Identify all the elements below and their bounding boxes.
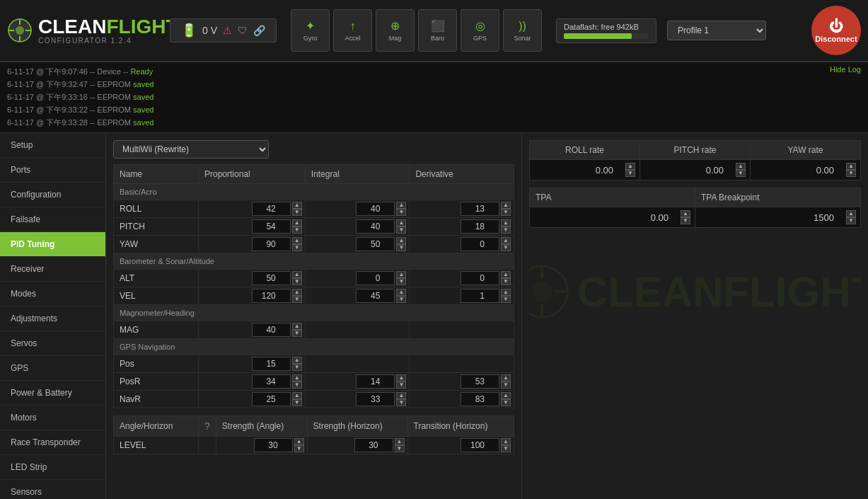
pid-preset-select[interactable]: MultiWii (Rewrite) Preset 1 [113, 140, 269, 159]
help-icon[interactable]: ? [204, 420, 210, 432]
alt-p-up[interactable]: ▲ [292, 271, 302, 278]
vel-d-up[interactable]: ▲ [501, 289, 511, 296]
roll-d-input[interactable] [461, 202, 499, 216]
posr-p-down[interactable]: ▼ [292, 382, 302, 389]
vel-i-up[interactable]: ▲ [396, 289, 406, 296]
vel-p-down[interactable]: ▼ [292, 296, 302, 303]
level-tr-up[interactable]: ▲ [501, 438, 511, 445]
roll-rate-up[interactable]: ▲ [625, 163, 635, 170]
pitch-p-down[interactable]: ▼ [292, 226, 302, 234]
alt-p-down[interactable]: ▼ [292, 278, 302, 285]
pitch-d-input[interactable] [461, 219, 499, 234]
yaw-p-input[interactable] [252, 237, 291, 251]
level-sh-up[interactable]: ▲ [395, 438, 405, 445]
yaw-p-down[interactable]: ▼ [292, 244, 302, 251]
alt-d-up[interactable]: ▲ [501, 271, 511, 278]
pitch-p-up[interactable]: ▲ [292, 219, 302, 226]
pos-p-input[interactable] [252, 357, 291, 371]
pitch-rate-input[interactable] [685, 165, 734, 176]
navr-d-up[interactable]: ▲ [501, 392, 511, 399]
tpa-bp-up[interactable]: ▲ [846, 210, 856, 217]
level-sa-down[interactable]: ▼ [294, 445, 304, 452]
level-transition-input[interactable] [461, 438, 499, 452]
accel-button[interactable]: ↑ Accel [333, 9, 372, 52]
posr-p-up[interactable]: ▲ [292, 374, 302, 382]
roll-i-input[interactable] [356, 202, 395, 216]
navr-i-up[interactable]: ▲ [396, 392, 406, 399]
tpa-bp-down[interactable]: ▼ [846, 217, 856, 224]
tpa-up[interactable]: ▲ [681, 210, 690, 217]
vel-i-down[interactable]: ▼ [396, 296, 406, 303]
sidebar-item-modes[interactable]: Modes [0, 282, 105, 306]
disconnect-button[interactable]: ⏻ Disconnect [811, 6, 861, 55]
yaw-p-up[interactable]: ▲ [292, 237, 302, 244]
sidebar-item-sensors[interactable]: Sensors [0, 480, 105, 499]
gps-button[interactable]: ◎ GPS [461, 9, 499, 52]
posr-i-up[interactable]: ▲ [396, 374, 406, 382]
sidebar-item-gps[interactable]: GPS [0, 356, 105, 381]
posr-d-down[interactable]: ▼ [501, 382, 511, 389]
sidebar-item-led-strip[interactable]: LED Strip [0, 455, 105, 480]
pitch-p-input[interactable] [252, 219, 291, 234]
mag-p-input[interactable] [252, 323, 291, 337]
sonar-button[interactable]: )) Sonar [503, 9, 542, 52]
alt-i-up[interactable]: ▲ [396, 271, 406, 278]
yaw-rate-up[interactable]: ▲ [846, 163, 856, 170]
yaw-d-input[interactable] [461, 237, 499, 251]
sidebar-item-adjustments[interactable]: Adjustments [0, 306, 105, 331]
yaw-d-down[interactable]: ▼ [501, 244, 511, 251]
baro-button[interactable]: ⬛ Baro [418, 9, 457, 52]
sidebar-item-setup[interactable]: Setup [0, 133, 105, 158]
level-strength-angle-input[interactable] [254, 438, 293, 452]
gyro-button[interactable]: ✦ Gyro [291, 9, 330, 52]
sidebar-item-pid-tuning[interactable]: PID Tuning [0, 232, 105, 257]
yaw-rate-down[interactable]: ▼ [846, 170, 856, 177]
sidebar-item-motors[interactable]: Motors [0, 406, 105, 430]
tpa-down[interactable]: ▼ [681, 217, 690, 224]
alt-i-down[interactable]: ▼ [396, 278, 406, 285]
yaw-i-input[interactable] [356, 237, 395, 251]
level-sh-down[interactable]: ▼ [395, 445, 405, 452]
sidebar-item-ports[interactable]: Ports [0, 158, 105, 183]
mag-button[interactable]: ⊕ Mag [376, 9, 415, 52]
pitch-i-down[interactable]: ▼ [396, 226, 406, 234]
vel-p-input[interactable] [252, 289, 291, 303]
pitch-rate-down[interactable]: ▼ [736, 170, 746, 177]
posr-p-input[interactable] [252, 374, 291, 389]
posr-d-up[interactable]: ▲ [501, 374, 511, 382]
pitch-rate-up[interactable]: ▲ [736, 163, 746, 170]
sidebar-item-receiver[interactable]: Receiver [0, 257, 105, 282]
posr-i-down[interactable]: ▼ [396, 382, 406, 389]
mag-p-down[interactable]: ▼ [292, 330, 302, 337]
roll-d-up[interactable]: ▲ [501, 202, 511, 209]
alt-i-input[interactable] [356, 271, 395, 285]
navr-p-down[interactable]: ▼ [292, 399, 302, 406]
roll-rate-down[interactable]: ▼ [625, 170, 635, 177]
vel-i-input[interactable] [356, 289, 395, 303]
sidebar-item-power-battery[interactable]: Power & Battery [0, 381, 105, 406]
pitch-i-up[interactable]: ▲ [396, 219, 406, 226]
vel-d-input[interactable] [461, 289, 499, 303]
navr-i-down[interactable]: ▼ [396, 399, 406, 406]
alt-d-down[interactable]: ▼ [501, 278, 511, 285]
level-strength-horizon-input[interactable] [354, 438, 393, 452]
vel-d-down[interactable]: ▼ [501, 296, 511, 303]
mag-p-up[interactable]: ▲ [292, 323, 302, 330]
navr-p-up[interactable]: ▲ [292, 392, 302, 399]
alt-p-input[interactable] [252, 271, 291, 285]
level-tr-down[interactable]: ▼ [501, 445, 511, 452]
yaw-i-down[interactable]: ▼ [396, 244, 406, 251]
posr-i-input[interactable] [356, 374, 395, 389]
navr-i-input[interactable] [356, 392, 395, 406]
yaw-d-up[interactable]: ▲ [501, 237, 511, 244]
pitch-d-up[interactable]: ▲ [501, 219, 511, 226]
vel-p-up[interactable]: ▲ [292, 289, 302, 296]
roll-i-down[interactable]: ▼ [396, 209, 406, 216]
sidebar-item-servos[interactable]: Servos [0, 331, 105, 356]
sidebar-item-race-transponder[interactable]: Race Transponder [0, 430, 105, 455]
tpa-breakpoint-input[interactable] [795, 212, 845, 223]
alt-d-input[interactable] [461, 271, 499, 285]
roll-p-up[interactable]: ▲ [292, 202, 302, 209]
roll-rate-input[interactable] [574, 165, 624, 176]
level-sa-up[interactable]: ▲ [294, 438, 304, 445]
